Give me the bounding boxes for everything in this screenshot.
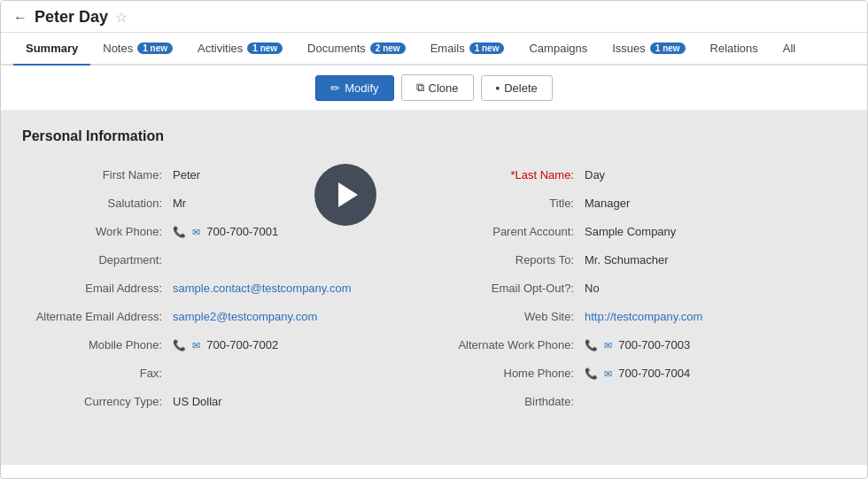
work-phone-value: 📞 ✉ 700-700-7001: [173, 225, 278, 238]
mobile-call-icon[interactable]: 📞: [173, 339, 186, 352]
last-name-value: Day: [585, 168, 605, 182]
edit-icon: ✏: [330, 81, 340, 95]
salutation-value: Mr: [173, 197, 186, 210]
back-button[interactable]: ←: [13, 10, 27, 26]
clone-icon: ⧉: [416, 81, 424, 95]
salutation-label: Salutation:: [22, 197, 173, 210]
parent-account-label: Parent Account:: [434, 225, 585, 238]
field-fax: Fax:: [22, 359, 434, 387]
email-value[interactable]: sample.contact@testcompany.com: [173, 282, 352, 295]
first-name-value: Peter: [173, 168, 200, 182]
email-optout-label: Email Opt-Out?:: [434, 282, 585, 295]
website-value[interactable]: http://testcompany.com: [585, 310, 702, 323]
tab-issues[interactable]: Issues 1 new: [600, 33, 697, 66]
emails-badge: 1 new: [469, 42, 505, 54]
alt-work-phone-label: Alternate Work Phone:: [434, 338, 585, 352]
currency-value: US Dollar: [173, 395, 222, 408]
documents-badge: 2 new: [370, 42, 406, 54]
field-reports-to: Reports To: Mr. Schumacher: [434, 245, 846, 274]
email-label: Email Address:: [22, 282, 173, 295]
delete-icon: ▪: [496, 81, 500, 95]
tab-relations[interactable]: Relations: [698, 33, 771, 66]
field-email-optout: Email Opt-Out?: No: [434, 274, 846, 302]
clone-button[interactable]: ⧉ Clone: [401, 74, 474, 101]
tab-documents[interactable]: Documents 2 new: [295, 33, 418, 66]
department-label: Department:: [22, 253, 173, 267]
phone-call-icon[interactable]: 📞: [173, 226, 186, 238]
modify-button[interactable]: ✏ Modify: [315, 75, 393, 101]
field-website: Web Site: http://testcompany.com: [434, 302, 846, 330]
tab-all[interactable]: All: [771, 33, 808, 66]
field-work-phone: Work Phone: 📞 ✉ 700-700-7001: [22, 217, 434, 245]
field-mobile-phone: Mobile Phone: 📞 ✉ 700-700-7002: [22, 330, 434, 359]
action-toolbar: ✏ Modify ⧉ Clone ▪ Delete: [1, 66, 867, 111]
field-email: Email Address: sample.contact@testcompan…: [22, 274, 434, 302]
home-phone-label: Home Phone:: [434, 367, 585, 380]
birthdate-label: Birthdate:: [434, 395, 585, 408]
email-optout-value: No: [585, 282, 600, 295]
first-name-label: First Name:: [22, 168, 173, 182]
currency-label: Currency Type:: [22, 395, 173, 408]
reports-to-value: Mr. Schumacher: [585, 253, 669, 267]
website-label: Web Site:: [434, 310, 585, 323]
field-parent-account: Parent Account: Sample Company: [434, 217, 846, 245]
tab-activities[interactable]: Activities 1 new: [185, 33, 295, 66]
field-last-name: *Last Name: Day: [434, 160, 846, 189]
field-birthdate: Birthdate:: [434, 387, 846, 415]
tab-campaigns[interactable]: Campaigns: [516, 33, 600, 66]
activities-badge: 1 new: [247, 42, 283, 54]
alt-work-phone-value: 📞 ✉ 700-700-7003: [585, 338, 690, 352]
favorite-star-icon[interactable]: ☆: [115, 9, 128, 26]
mobile-phone-label: Mobile Phone:: [22, 338, 173, 352]
alt-work-sms-icon[interactable]: ✉: [604, 340, 612, 351]
parent-account-value: Sample Company: [585, 225, 676, 238]
issues-badge: 1 new: [650, 42, 686, 54]
mobile-phone-value: 📞 ✉ 700-700-7002: [173, 338, 278, 352]
field-title: Title: Manager: [434, 189, 846, 217]
home-phone-value: 📞 ✉ 700-700-7004: [585, 367, 690, 380]
alt-email-value[interactable]: sample2@testcompany.com: [173, 310, 317, 323]
last-name-label: *Last Name:: [434, 168, 585, 182]
title-label: Title:: [434, 197, 585, 210]
field-currency: Currency Type: US Dollar: [22, 387, 434, 415]
field-department: Department:: [22, 245, 434, 274]
mobile-sms-icon[interactable]: ✉: [192, 340, 200, 351]
tab-emails[interactable]: Emails 1 new: [418, 33, 517, 66]
alt-work-call-icon[interactable]: 📞: [585, 339, 598, 352]
phone-sms-icon[interactable]: ✉: [192, 227, 200, 237]
home-call-icon[interactable]: 📞: [585, 367, 598, 380]
field-alt-work-phone: Alternate Work Phone: 📞 ✉ 700-700-7003: [434, 330, 846, 359]
reports-to-label: Reports To:: [434, 253, 585, 267]
tab-notes[interactable]: Notes 1 new: [90, 33, 185, 66]
play-triangle-icon: [338, 182, 358, 207]
notes-badge: 1 new: [137, 42, 173, 54]
tab-summary[interactable]: Summary: [13, 33, 90, 66]
title-value: Manager: [585, 197, 630, 210]
work-phone-label: Work Phone:: [22, 225, 173, 238]
delete-button[interactable]: ▪ Delete: [481, 75, 553, 101]
video-play-button[interactable]: [314, 164, 376, 226]
field-home-phone: Home Phone: 📞 ✉ 700-700-7004: [434, 359, 846, 387]
alt-email-label: Alternate Email Address:: [22, 310, 173, 323]
home-sms-icon[interactable]: ✉: [604, 368, 612, 379]
section-title: Personal Information: [22, 128, 846, 144]
content-area: Personal Information First Name: Peter S…: [1, 111, 867, 465]
field-alt-email: Alternate Email Address: sample2@testcom…: [22, 302, 434, 330]
fax-label: Fax:: [22, 367, 173, 380]
page-title: Peter Day: [35, 8, 108, 27]
tabs-bar: Summary Notes 1 new Activities 1 new Doc…: [1, 33, 867, 66]
